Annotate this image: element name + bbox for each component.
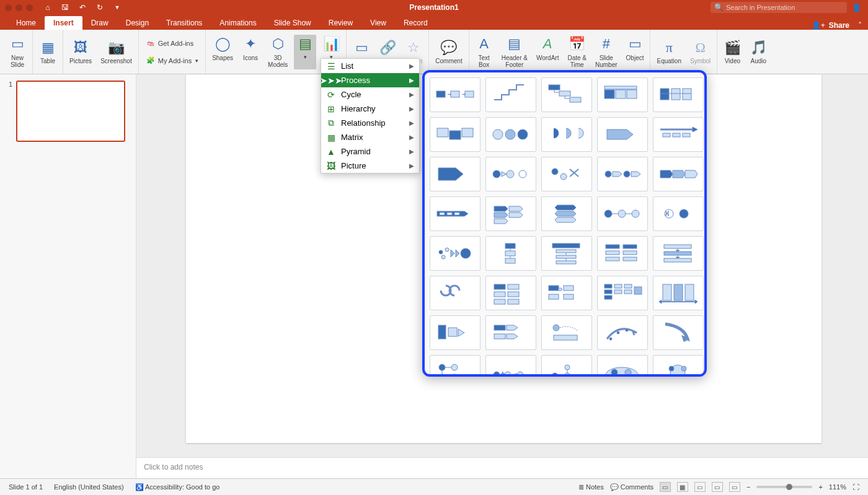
process-layout-29[interactable] bbox=[597, 276, 648, 310]
process-layout-26[interactable] bbox=[430, 276, 480, 310]
zoom-slider[interactable] bbox=[756, 486, 812, 488]
minimize-window-icon[interactable] bbox=[16, 4, 22, 11]
process-layout-1[interactable]: →→ bbox=[430, 77, 480, 112]
process-layout-18[interactable] bbox=[541, 196, 592, 231]
view-sorter-button[interactable]: ▦ bbox=[677, 482, 688, 492]
tab-slideshow[interactable]: Slide Show bbox=[265, 16, 320, 30]
accessibility-status[interactable]: ♿ Accessibility: Good to go bbox=[135, 483, 220, 491]
share-button[interactable]: Share bbox=[829, 21, 849, 30]
pictures-button[interactable]: 🖼 Pictures bbox=[67, 38, 94, 66]
process-layout-22[interactable] bbox=[485, 236, 536, 271]
tab-home[interactable]: Home bbox=[7, 16, 45, 30]
comment-button[interactable]: 💬 Comment bbox=[433, 38, 464, 66]
process-layout-34[interactable] bbox=[597, 315, 648, 350]
process-layout-17[interactable] bbox=[485, 196, 536, 231]
smartart-button[interactable]: ▤ ▾ bbox=[294, 35, 316, 69]
process-layout-25[interactable] bbox=[653, 236, 704, 271]
smartart-process[interactable]: ➤➤➤Process▶ bbox=[321, 73, 419, 87]
zoom-value[interactable]: 111% bbox=[829, 483, 846, 491]
process-layout-38[interactable] bbox=[541, 355, 592, 377]
process-layout-35[interactable] bbox=[653, 315, 704, 350]
smartart-list[interactable]: ☰List▶ bbox=[321, 59, 419, 73]
wordart-button[interactable]: AWordArt bbox=[534, 35, 562, 69]
process-layout-23[interactable] bbox=[541, 236, 592, 271]
fit-button[interactable]: ⛶ bbox=[852, 483, 859, 491]
close-window-icon[interactable] bbox=[5, 4, 12, 11]
tab-record[interactable]: Record bbox=[395, 16, 436, 30]
audio-button[interactable]: 🎵Audio bbox=[747, 38, 769, 66]
process-layout-33[interactable] bbox=[541, 315, 592, 350]
process-layout-11[interactable] bbox=[430, 157, 480, 191]
traffic-lights[interactable] bbox=[5, 4, 33, 11]
process-layout-16[interactable] bbox=[430, 196, 480, 231]
process-layout-19[interactable] bbox=[597, 196, 648, 231]
symbol-button[interactable]: ΩSymbol bbox=[688, 38, 713, 66]
save-icon[interactable]: 🖫 bbox=[60, 3, 70, 12]
search-input[interactable] bbox=[726, 4, 838, 11]
qat-more-icon[interactable]: ▼ bbox=[112, 4, 122, 11]
smartart-pyramid[interactable]: ▲Pyramid▶ bbox=[321, 144, 419, 159]
get-addins-button[interactable]: 🛍 Get Add-ins bbox=[144, 37, 195, 50]
smartart-hierarchy[interactable]: ⊞Hierarchy▶ bbox=[321, 102, 419, 116]
tab-animations[interactable]: Animations bbox=[211, 16, 265, 30]
process-layout-24[interactable] bbox=[597, 236, 648, 271]
slide-number-button[interactable]: #Slide Number bbox=[593, 35, 620, 69]
screenshot-button[interactable]: 📷 Screenshot bbox=[98, 38, 135, 66]
process-layout-37[interactable]: +→ bbox=[485, 355, 536, 377]
process-layout-28[interactable] bbox=[541, 276, 592, 310]
object-button[interactable]: ▭Object bbox=[624, 35, 647, 69]
search-box[interactable]: 🔍 bbox=[711, 2, 847, 13]
view-presenter-button[interactable]: ▭ bbox=[729, 482, 740, 492]
shapes-button[interactable]: ◯ Shapes bbox=[210, 35, 236, 69]
language-indicator[interactable]: English (United States) bbox=[54, 483, 124, 491]
process-layout-3[interactable] bbox=[541, 77, 592, 112]
notes-input[interactable]: Click to add notes bbox=[136, 457, 868, 478]
process-layout-2[interactable] bbox=[485, 77, 536, 112]
process-layout-31[interactable] bbox=[430, 315, 480, 350]
smartart-relationship[interactable]: ⧉Relationship▶ bbox=[321, 116, 419, 130]
process-layout-13[interactable] bbox=[541, 157, 592, 191]
process-layout-27[interactable] bbox=[485, 276, 536, 310]
table-button[interactable]: ▦ Table bbox=[37, 38, 59, 66]
smartart-picture[interactable]: 🖼Picture▶ bbox=[321, 159, 419, 173]
share-icon[interactable]: 👤+ bbox=[812, 21, 825, 30]
maximize-window-icon[interactable] bbox=[26, 4, 33, 11]
slide-thumbnail-1[interactable] bbox=[16, 81, 125, 142]
process-layout-12[interactable] bbox=[485, 157, 536, 191]
icons-button[interactable]: ✦ Icons bbox=[239, 35, 262, 69]
view-normal-button[interactable]: ▭ bbox=[660, 482, 671, 492]
zoom-in-button[interactable]: + bbox=[818, 483, 822, 491]
process-layout-8[interactable] bbox=[541, 117, 592, 152]
user-avatar-icon[interactable]: 👤 bbox=[852, 3, 863, 12]
process-layout-7[interactable] bbox=[485, 117, 536, 152]
process-layout-40[interactable] bbox=[653, 355, 704, 377]
3d-models-button[interactable]: ⬡ 3D Models bbox=[265, 35, 290, 69]
undo-icon[interactable]: ↶ bbox=[78, 3, 87, 12]
smartart-matrix[interactable]: ▦Matrix▶ bbox=[321, 130, 419, 144]
redo-icon[interactable]: ↻ bbox=[95, 3, 105, 12]
textbox-button[interactable]: AText Box bbox=[473, 35, 495, 69]
date-time-button[interactable]: 📅Date & Time bbox=[565, 35, 589, 69]
collapse-ribbon-icon[interactable]: ˄ bbox=[858, 21, 862, 30]
tab-transitions[interactable]: Transitions bbox=[157, 16, 211, 30]
process-layout-4[interactable] bbox=[597, 77, 648, 112]
view-slideshow-button[interactable]: ▭ bbox=[712, 482, 723, 492]
process-layout-39[interactable] bbox=[597, 355, 648, 377]
process-layout-14[interactable] bbox=[597, 157, 648, 191]
process-layout-20[interactable]: ⟩⟨ bbox=[653, 196, 704, 231]
process-layout-6[interactable] bbox=[430, 117, 480, 152]
tab-design[interactable]: Design bbox=[117, 16, 157, 30]
tab-insert[interactable]: Insert bbox=[45, 16, 82, 30]
process-layout-5[interactable] bbox=[653, 77, 704, 112]
smartart-cycle[interactable]: ⟳Cycle▶ bbox=[321, 87, 419, 102]
process-layout-9[interactable] bbox=[597, 117, 648, 152]
view-reading-button[interactable]: ▭ bbox=[694, 482, 706, 492]
tab-draw[interactable]: Draw bbox=[82, 16, 117, 30]
process-layout-21[interactable] bbox=[430, 236, 480, 271]
process-layout-30[interactable] bbox=[653, 276, 704, 310]
my-addins-button[interactable]: 🧩 My Add-ins ▾ bbox=[144, 55, 200, 67]
process-layout-36[interactable] bbox=[430, 355, 480, 377]
zoom-out-button[interactable]: − bbox=[746, 483, 750, 491]
tab-view[interactable]: View bbox=[361, 16, 395, 30]
video-button[interactable]: 🎬Video bbox=[721, 38, 743, 66]
